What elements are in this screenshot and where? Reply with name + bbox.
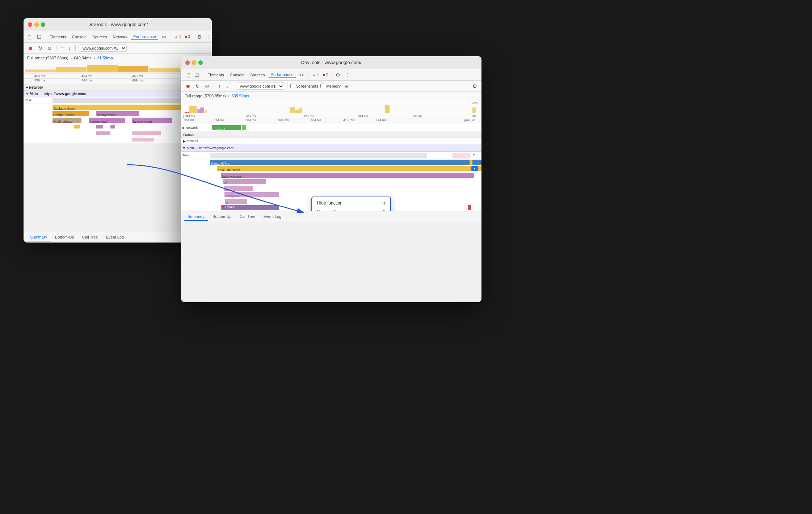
tab-calltree-back[interactable]: Call Tree: [79, 233, 102, 241]
tab-more-back[interactable]: >>: [160, 34, 169, 40]
triangle-main-back: ▼: [26, 92, 29, 96]
window-title-back: DevTools - www.google.com/: [88, 22, 148, 27]
clear-btn-front[interactable]: ⊘: [203, 83, 211, 90]
range-highlight-back: 31.59ms: [97, 56, 113, 60]
tab-elements-back[interactable]: Elements: [47, 34, 68, 40]
menu-hide-children[interactable]: Hide children C: [312, 207, 390, 211]
tab-bottomup-front[interactable]: Bottom-Up: [209, 213, 235, 221]
anon-bar-1-back: (anonymous): [96, 111, 139, 116]
rec-toolbar-front: ⏺ ↻ ⊘ ↑ ↓ www.google.com #1 Screenshots …: [181, 81, 481, 92]
menu-hide-function[interactable]: Hide function H: [312, 199, 390, 207]
sep1-front: [203, 72, 203, 78]
upload-btn-back[interactable]: ↑: [59, 45, 65, 52]
tab-network-back[interactable]: Network: [111, 34, 130, 40]
network-bar-front: n,jsa,mb4: [212, 125, 241, 130]
googlecv-bar-front: google.cv: [224, 192, 279, 197]
screenshots-checkbox-front[interactable]: [290, 84, 295, 88]
tab-sources-back[interactable]: Sources: [90, 34, 109, 40]
screenshots-label-front: Screenshots: [290, 84, 318, 88]
ruler-mark-2-back: 464 ms: [81, 74, 92, 78]
settings-icon-back[interactable]: ⚙: [196, 33, 203, 41]
clear-btn-back[interactable]: ⊘: [46, 45, 53, 52]
tab-summary-back[interactable]: Summary: [26, 233, 51, 241]
tab-eventlog-front[interactable]: Event Log: [260, 213, 285, 221]
tab-elements-front[interactable]: Elements: [205, 72, 226, 78]
inspect-icon-front[interactable]: ⬚: [184, 71, 192, 79]
url-selector-back[interactable]: www.google.com #1: [79, 45, 127, 52]
tab-console-front[interactable]: Console: [228, 72, 247, 78]
error-badge-front: ■ 2: [321, 72, 329, 77]
sep4-back: [56, 45, 56, 51]
p-bar-front: p: [225, 199, 247, 204]
warning-badge-front: ▲ 5: [311, 72, 320, 77]
tabs-toolbar-front: ⬚ ☐ Elements Console Sources Performance…: [181, 69, 481, 81]
profil-bar-back: Profili...rhead: [52, 118, 81, 123]
mini-overview-front[interactable]: CPU NET 361 ms ‖ 461 ms 561 ms 661 ms 76…: [181, 100, 481, 118]
settings-icon-front[interactable]: ⚙: [334, 71, 342, 79]
tab-more-front[interactable]: >>: [297, 72, 306, 78]
tab-performance-front[interactable]: Performance: [269, 72, 296, 78]
ruler-row-front: 364 ms 374 ms 384 ms 394 ms 404 ms 414 m…: [181, 118, 481, 124]
memory-checkbox-front[interactable]: [320, 84, 325, 88]
download-btn-back[interactable]: ↓: [67, 45, 72, 52]
range-selected-back: 649.34ms: [74, 56, 91, 60]
rec-toolbar-back: ⏺ ↻ ⊘ ↑ ↓ www.google.com #1: [24, 43, 212, 54]
ruler-t2: 461 ms: [246, 114, 256, 118]
tab-performance-back[interactable]: Performance: [131, 34, 158, 40]
flame-chart-front: ▶ Network n,jsa,mb4 Frames ▶ Timings ▼ M…: [181, 124, 481, 211]
memory-label-front: Memory: [320, 84, 341, 88]
frames-row-front: Frames: [181, 131, 481, 138]
network-row-front: ▶ Network n,jsa,mb4: [181, 124, 481, 131]
tab-calltree-front[interactable]: Call Tree: [236, 213, 259, 221]
upload-btn-front[interactable]: ↑: [217, 83, 222, 90]
parse-bar-front: Parse HTML: [210, 160, 481, 165]
error-badge-back: ■ 3: [184, 34, 192, 39]
close-button-front[interactable]: [185, 60, 190, 65]
context-menu-front: Hide function H Hide children C Hide rep…: [311, 197, 391, 211]
parse-row-front: Parse HTML: [181, 159, 481, 165]
record-btn-back[interactable]: ⏺: [26, 45, 34, 52]
title-bar-front: DevTools - www.google.com/: [181, 56, 481, 69]
minimize-button-front[interactable]: [192, 60, 196, 65]
anon-bar-2-back: (anonymous): [89, 118, 125, 123]
main-section-front: ▼ Main — https://www.google.com/: [181, 144, 481, 152]
w-row-front: W: [181, 178, 481, 185]
more-icon-back[interactable]: ⋮: [205, 33, 212, 41]
settings2-icon-front[interactable]: ⚙: [471, 83, 479, 90]
more-icon-front[interactable]: ⋮: [343, 71, 351, 79]
triangle-network-back: ▶: [26, 86, 28, 89]
reload-btn-front[interactable]: ↻: [194, 83, 201, 90]
tab-sources-front[interactable]: Sources: [248, 72, 267, 78]
minimize-button-back[interactable]: [34, 22, 39, 27]
tab-summary-front[interactable]: Summary: [184, 213, 208, 221]
maximize-button-front[interactable]: [198, 60, 203, 65]
timings-row-front: ▶ Timings: [181, 138, 481, 144]
sep3-front: [332, 72, 332, 78]
throttle-icon-front[interactable]: ⊞: [343, 83, 350, 90]
ea-row-front: ea: [181, 185, 481, 191]
close-button-back[interactable]: [28, 22, 32, 27]
inspect-icon-back[interactable]: ⬚: [26, 33, 34, 41]
task-row-front: Task T...: [181, 152, 481, 159]
task-label-front: Task: [182, 153, 189, 157]
anon-row-front: (anonymous): [181, 172, 481, 178]
url-selector-front[interactable]: www.google.com #1: [236, 83, 284, 90]
device-icon-back[interactable]: ☐: [35, 33, 43, 41]
device-icon-front[interactable]: ☐: [193, 71, 201, 79]
record-btn-front[interactable]: ⏺: [184, 83, 192, 90]
sep6-front: [287, 83, 287, 89]
evaluate-bar-front: Evaluate Script: [217, 166, 481, 171]
range-selected-front: 535.50ms: [231, 94, 249, 98]
dropdown-btn-front[interactable]: ▾: [471, 166, 478, 171]
task-bar-striped-front: [453, 153, 471, 158]
tab-bottomup-back[interactable]: Bottom-Up: [51, 233, 78, 241]
maximize-button-back[interactable]: [41, 22, 45, 27]
compil-bar-back: Compil...Script: [52, 111, 89, 116]
tab-eventlog-back[interactable]: Event Log: [102, 233, 128, 241]
reload-btn-back[interactable]: ↻: [37, 45, 44, 52]
warning-badge-back: ▲ 3: [173, 34, 182, 39]
ruler-mark-3-back: 469 ms: [132, 74, 143, 78]
download-btn-front[interactable]: ↓: [224, 83, 230, 90]
tab-console-back[interactable]: Console: [70, 34, 89, 40]
sep5-front: [233, 83, 233, 89]
